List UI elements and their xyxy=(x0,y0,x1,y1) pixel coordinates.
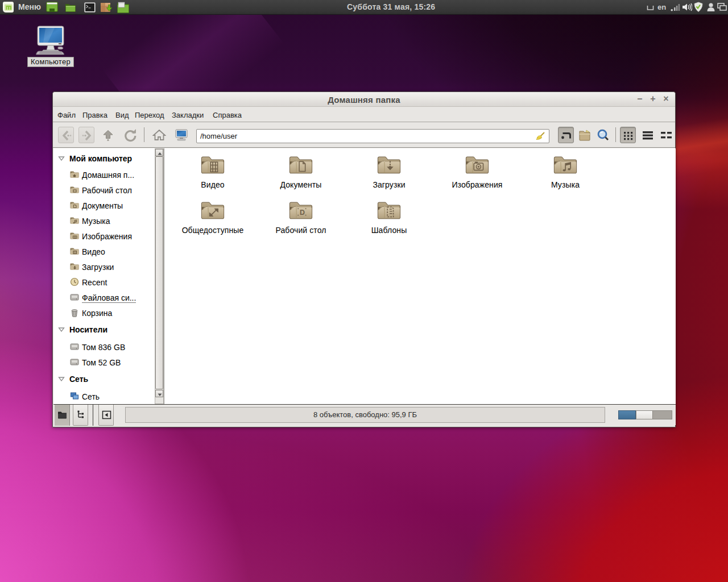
svg-text:D: D xyxy=(300,209,305,217)
